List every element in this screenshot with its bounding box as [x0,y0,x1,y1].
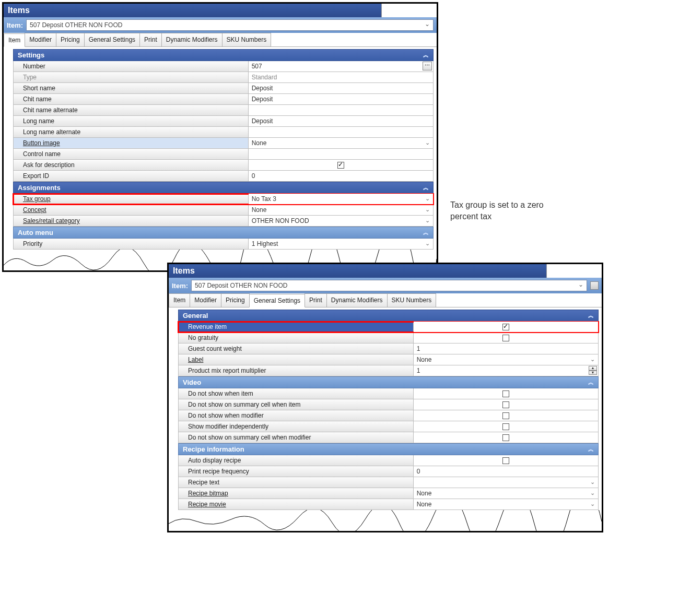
checkbox-dns-modifier[interactable] [502,412,509,419]
section-general-label: General [183,312,208,319]
chevron-down-icon: ⌄ [590,356,595,363]
tab-sku-numbers[interactable]: SKU Numbers [222,33,272,46]
checkbox-dns-summary-mod[interactable] [502,434,509,441]
label-concept[interactable]: Concept [14,205,249,215]
value-short-name[interactable]: Deposit [249,83,433,93]
tab-dynamic-modifiers[interactable]: Dynamic Modifiers [161,33,223,46]
checkbox-dns-summary-item[interactable] [502,401,509,408]
section-auto-menu[interactable]: Auto menu︽ [13,227,434,239]
tab-sku-numbers[interactable]: SKU Numbers [387,293,437,307]
tab-general-settings[interactable]: General Settings [84,33,140,46]
row-dns-summary-item: Do not show on summary cell when item [178,399,599,410]
value-long-name-alt[interactable] [249,127,433,137]
checkbox-ask-desc[interactable] [337,162,344,169]
tab-dynamic-modifiers[interactable]: Dynamic Modifiers [326,293,388,307]
spinner-pmix[interactable]: ▲▼ [589,366,597,375]
label-dns-item: Do not show when item [179,388,414,399]
torn-edge [169,510,602,531]
toolbar-icon[interactable] [590,281,599,290]
checkbox-dns-item[interactable] [502,390,509,397]
label-tax-group[interactable]: Tax group [14,194,249,204]
tab-item[interactable]: Item [4,33,25,47]
value-export-id[interactable]: 0 [249,171,433,181]
value-ask-desc[interactable] [249,160,433,170]
value-chit-name[interactable]: Deposit [249,94,433,104]
tab-strip: Item Modifier Pricing General Settings P… [4,33,437,47]
value-pmix[interactable]: 1▲▼ [414,365,598,376]
label-chit-name-alt: Chit name alternate [14,105,249,115]
item-label: Item: [7,21,23,29]
value-category[interactable]: OTHER NON FOOD⌄ [249,216,433,226]
tab-item[interactable]: Item [169,293,190,307]
row-ask-description: Ask for description [13,160,434,171]
item-selector-bar: Item: 507 Deposit OTHER NON FOOD [4,17,437,33]
row-guest-count: Guest count weight 1 [178,343,599,354]
value-chit-name-alt[interactable] [249,105,433,115]
item-dropdown[interactable]: 507 Deposit OTHER NON FOOD [26,19,434,31]
value-print-recipe-freq[interactable]: 0 [414,466,598,477]
label-recipe-movie[interactable]: Recipe movie [179,499,414,510]
tab-print[interactable]: Print [139,33,162,46]
label-type: Type [14,72,249,82]
value-label[interactable]: None⌄ [414,354,598,365]
value-guest-count[interactable]: 1 [414,343,598,354]
section-auto-menu-label: Auto menu [18,229,53,236]
tab-print[interactable]: Print [305,293,327,307]
label-dns-summary-item: Do not show on summary cell when item [179,399,414,410]
value-tax-group[interactable]: No Tax 3⌄ [249,194,433,204]
checkbox-revenue-item[interactable] [502,324,509,330]
row-dns-modifier: Do not show when modifier [178,410,599,421]
value-auto-display-recipe[interactable] [414,455,598,466]
chevron-up-icon: ︽ [423,184,429,192]
value-dns-summary-mod[interactable] [414,432,598,443]
tab-general-settings[interactable]: General Settings [249,294,305,307]
section-assignments[interactable]: Assignments︽ [13,182,434,194]
row-tax-group: Tax group No Tax 3⌄ [13,194,434,205]
section-recipe[interactable]: Recipe information︽ [178,443,599,455]
value-dns-modifier[interactable] [414,410,598,421]
value-control-name[interactable] [249,149,433,159]
value-recipe-bitmap[interactable]: None⌄ [414,488,598,499]
item-dropdown[interactable]: 507 Deposit OTHER NON FOOD [191,280,587,291]
label-category[interactable]: Sales/retail category [14,216,249,226]
section-recipe-label: Recipe information [183,445,244,453]
section-settings[interactable]: Settings︽ [13,49,434,61]
label-recipe-bitmap[interactable]: Recipe bitmap [179,488,414,499]
label-chit-name: Chit name [14,94,249,104]
tab-pricing[interactable]: Pricing [56,33,85,46]
value-dns-item[interactable] [414,388,598,399]
value-button-image[interactable]: None⌄ [249,138,433,148]
tab-pricing[interactable]: Pricing [221,293,250,307]
value-number[interactable]: 507⋯ [249,61,433,72]
checkbox-show-mod-ind[interactable] [502,423,509,430]
window-title: Items [4,4,437,17]
grid-body: Settings︽ Number 507⋯ Type Standard Shor… [4,47,437,250]
checkbox-auto-display-recipe[interactable] [502,457,509,464]
label-ask-desc: Ask for description [14,160,249,170]
value-recipe-text[interactable]: ⌄ [414,477,598,488]
tab-modifier[interactable]: Modifier [190,293,221,307]
label-guest-count: Guest count weight [179,343,414,354]
value-no-gratuity[interactable] [414,333,598,343]
value-show-mod-ind[interactable] [414,421,598,432]
row-short-name: Short name Deposit [13,83,434,94]
value-long-name[interactable]: Deposit [249,116,433,126]
section-video[interactable]: Video︽ [178,376,599,388]
chevron-up-icon: ︽ [423,229,429,236]
checkbox-no-gratuity[interactable] [502,335,509,341]
section-settings-label: Settings [18,51,44,59]
value-recipe-movie[interactable]: None⌄ [414,499,598,510]
value-dns-summary-item[interactable] [414,399,598,410]
tab-modifier[interactable]: Modifier [25,33,56,46]
row-auto-display-recipe: Auto display recipe [178,455,599,466]
section-general[interactable]: General︽ [178,310,599,322]
label-recipe-text: Recipe text [179,477,414,488]
ellipsis-button[interactable]: ⋯ [423,62,432,70]
value-priority[interactable]: 1 Highest⌄ [249,239,433,249]
value-revenue-item[interactable] [414,322,598,332]
value-concept[interactable]: None⌄ [249,205,433,215]
row-revenue-item: Revenue item [178,322,599,333]
row-button-image: Button image None⌄ [13,138,434,149]
label-label[interactable]: Label [179,354,414,365]
label-number: Number [14,61,249,72]
